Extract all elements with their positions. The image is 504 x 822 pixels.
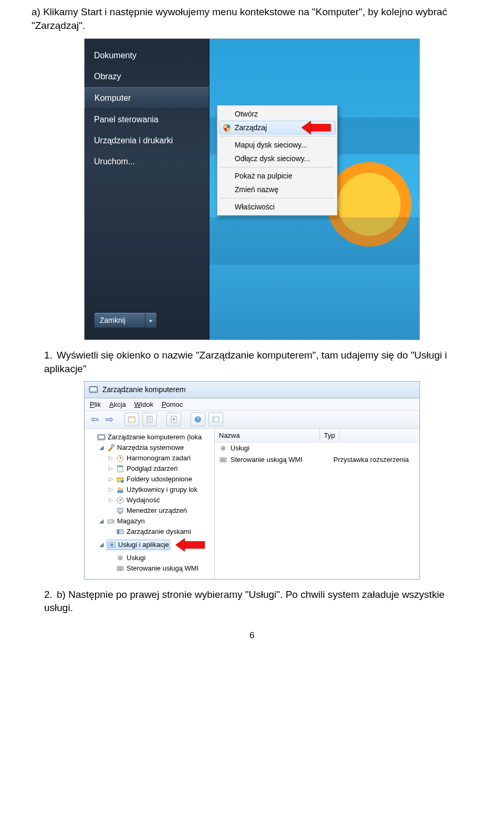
list-name: Usługi <box>230 444 330 452</box>
ctx-item-otwórz[interactable]: Otwórz <box>219 107 335 121</box>
svg-point-38 <box>120 557 121 558</box>
svg-rect-39 <box>117 566 123 571</box>
svg-rect-30 <box>119 513 122 514</box>
tools-icon <box>107 444 115 452</box>
uac-shield-icon <box>223 124 231 132</box>
start-item-panel-sterowania[interactable]: Panel sterowania <box>85 109 209 130</box>
tree-label: Usługi i aplikacje <box>118 541 169 549</box>
tree-label: Zarządzanie dyskami <box>127 528 191 535</box>
tree-label: Harmonogram zadań <box>127 454 191 462</box>
share-icon <box>116 475 124 483</box>
svg-rect-29 <box>118 508 123 512</box>
tree-twisty-icon[interactable]: ◢ <box>98 541 104 548</box>
toolbar-btn-2[interactable] <box>142 413 157 426</box>
tree-node-zarządzanie-dyskami[interactable]: Zarządzanie dyskami <box>87 526 212 537</box>
clock-icon <box>116 454 124 462</box>
shutdown-button[interactable]: Zamknij ▸ <box>94 312 157 328</box>
menu-plik[interactable]: Plik <box>90 401 101 408</box>
list-name: Sterowanie usługą WMI <box>230 456 330 463</box>
svg-rect-26 <box>117 490 123 493</box>
tree-node-magazyn[interactable]: ◢Magazyn <box>87 516 212 526</box>
menu-pomoc[interactable]: Pomoc <box>162 401 183 408</box>
help-button[interactable]: ? <box>191 413 205 426</box>
tree-node-usługi-i-aplikacje[interactable]: ◢Usługi i aplikacje <box>87 537 212 553</box>
svg-rect-44 <box>220 458 226 462</box>
svg-point-16 <box>111 444 114 447</box>
svg-point-32 <box>112 521 113 522</box>
tree-twisty-icon[interactable]: ◢ <box>98 444 104 451</box>
tree-node-menedżer-urządzeń[interactable]: Menedżer urządzeń <box>87 505 212 516</box>
start-item-komputer[interactable]: Komputer <box>85 87 209 109</box>
wmi-icon <box>219 456 227 464</box>
svg-point-36 <box>110 543 113 546</box>
tree-node-podgląd-zdarzeń[interactable]: ▷Podgląd zdarzeń <box>87 463 212 474</box>
devmgr-icon <box>116 507 124 515</box>
tree-label: Zarządzanie komputerem (loka <box>108 433 202 441</box>
tree-node-foldery-udostępnione[interactable]: ▷Foldery udostępnione <box>87 474 212 484</box>
svg-point-24 <box>118 487 121 490</box>
start-item-uruchom-[interactable]: Uruchom... <box>85 151 209 172</box>
ctx-item-zmień-nazwę[interactable]: Zmień nazwę <box>219 183 335 196</box>
step-2: 2.b) Następnie po prawej stronie wybiera… <box>44 588 472 615</box>
tree-node-usługi[interactable]: Usługi <box>87 553 212 563</box>
tree-node-sterowanie-usługą-wmi[interactable]: Sterowanie usługą WMI <box>87 563 212 574</box>
window-body: Zarządzanie komputerem (loka◢Narzędzia s… <box>85 429 419 579</box>
tree-node-wydajność[interactable]: ▷Wydajność <box>87 495 212 505</box>
column-headers: NazwaTyp <box>215 429 419 442</box>
list-panel: NazwaTyp UsługiSterowanie usługą WMIPrzy… <box>215 429 419 579</box>
svg-rect-46 <box>221 460 225 461</box>
tree-twisty-icon[interactable]: ▷ <box>108 476 114 482</box>
svg-rect-41 <box>118 569 122 570</box>
window-titlebar: Zarządzanie komputerem <box>85 382 419 398</box>
tree-label: Magazyn <box>117 517 145 525</box>
tree-node-narzędzia-systemowe[interactable]: ◢Narzędzia systemowe <box>87 442 212 453</box>
tree-twisty-icon[interactable]: ▷ <box>108 455 114 461</box>
start-item-obrazy[interactable]: Obrazy <box>85 66 209 87</box>
column-typ[interactable]: Typ <box>320 429 340 442</box>
back-button[interactable]: ⇦ <box>89 413 100 426</box>
event-icon <box>116 465 124 473</box>
toolbar-btn-5[interactable] <box>208 413 223 426</box>
window-title: Zarządzanie komputerem <box>102 385 186 394</box>
list-item[interactable]: Usługi <box>215 442 419 454</box>
tree-node-użytkownicy-i-grupy-lok[interactable]: ▷Użytkownicy i grupy lok <box>87 484 212 495</box>
toolbar-btn-3[interactable] <box>166 413 181 426</box>
ctx-item-mapuj-dysk-sieciowy-[interactable]: Mapuj dysk sieciowy... <box>219 138 335 152</box>
ctx-separator <box>220 136 334 136</box>
tree-twisty-icon[interactable]: ◢ <box>98 518 104 524</box>
menu-akcja[interactable]: Akcja <box>109 401 126 408</box>
tree-node-harmonogram-zadań[interactable]: ▷Harmonogram zadań <box>87 453 212 463</box>
start-item-dokumenty[interactable]: Dokumenty <box>85 45 209 66</box>
tree-label: Foldery udostępnione <box>127 475 192 483</box>
ctx-item-odłącz-dysk-sieciowy-[interactable]: Odłącz dysk sieciowy... <box>219 152 335 165</box>
svg-rect-21 <box>118 466 123 467</box>
start-menu-right-panel: DokumentyObrazyKomputerPanel sterowaniaU… <box>85 39 209 340</box>
ctx-item-zarządzaj[interactable]: Zarządzaj <box>219 121 335 134</box>
svg-point-43 <box>223 447 224 449</box>
shutdown-chevron-icon[interactable]: ▸ <box>145 313 156 328</box>
step-2-text: b) Następnie po prawej stronie wybieramy… <box>44 589 445 614</box>
tree-twisty-icon[interactable]: ▷ <box>108 497 114 503</box>
start-item-urz-dzenia-i-drukarki[interactable]: Urządzenia i drukarki <box>85 130 209 151</box>
toolbar: ⇦ ⇨ ? <box>85 411 419 429</box>
tree-node-zarządzanie-komputerem-loka[interactable]: Zarządzanie komputerem (loka <box>87 432 212 442</box>
tree-twisty-icon[interactable]: ▷ <box>108 465 114 472</box>
menu-widok[interactable]: Widok <box>134 401 153 408</box>
red-arrow-icon <box>175 538 205 552</box>
step-1: 1.Wyświetli się okienko o nazwie "Zarząd… <box>44 349 472 375</box>
mgmt-icon <box>97 433 106 441</box>
tree-label: Usługi <box>127 554 145 562</box>
users-icon <box>116 486 124 494</box>
column-nazwa[interactable]: Nazwa <box>215 429 320 442</box>
tree-twisty-icon[interactable]: ▷ <box>108 486 114 493</box>
forward-button[interactable]: ⇨ <box>103 413 115 426</box>
storage-icon <box>107 517 115 525</box>
step-1-number: 1. <box>44 349 57 362</box>
svg-point-9 <box>173 418 175 420</box>
list-item[interactable]: Sterowanie usługą WMIPrzystawka rozszerz… <box>215 454 419 466</box>
toolbar-btn-1[interactable] <box>124 413 139 426</box>
ctx-item-właściwości[interactable]: Właściwości <box>219 200 335 214</box>
instruction-a: a) Klikamy Start i następnie wywołujemy … <box>32 5 472 32</box>
ctx-item-pokaż-na-pulpicie[interactable]: Pokaż na pulpicie <box>219 169 335 183</box>
svg-rect-40 <box>118 567 122 568</box>
